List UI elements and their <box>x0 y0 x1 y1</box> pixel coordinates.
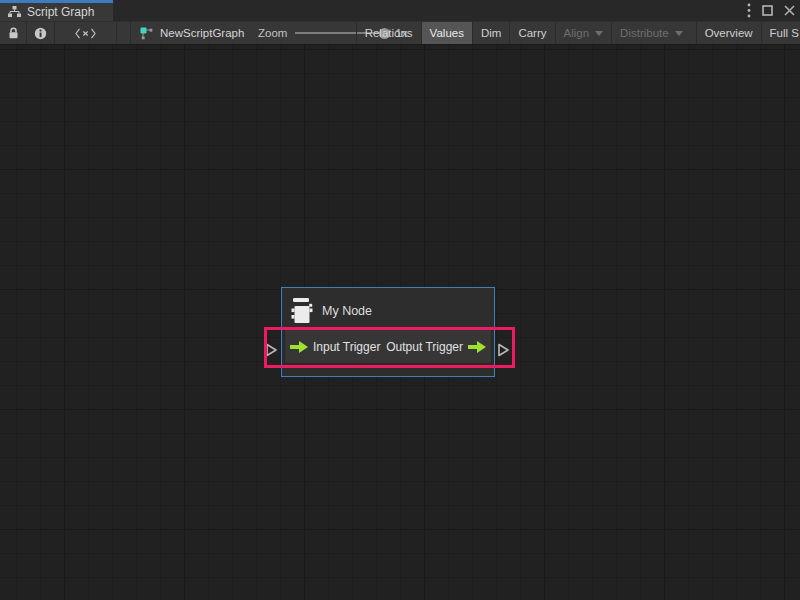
input-connection-triangle-icon[interactable] <box>265 342 278 358</box>
tab-bar: Script Graph <box>0 0 800 21</box>
script-graph-window: Script Graph <box>0 0 800 600</box>
unit-node-icon <box>291 298 313 324</box>
lock-button[interactable] <box>0 22 27 44</box>
angle-brackets-x-icon <box>75 28 96 39</box>
output-trigger-port[interactable]: Output Trigger <box>386 340 486 354</box>
info-icon <box>34 27 47 40</box>
carry-button[interactable]: Carry <box>509 22 554 44</box>
output-trigger-label: Output Trigger <box>386 340 463 354</box>
flow-arrow-icon <box>468 341 486 353</box>
input-trigger-port[interactable]: Input Trigger <box>290 340 380 354</box>
info-button[interactable] <box>27 22 55 44</box>
output-connection-triangle-icon[interactable] <box>497 342 510 358</box>
node-footer <box>282 364 494 376</box>
zoom-label: Zoom <box>258 27 287 39</box>
values-button[interactable]: Values <box>421 22 472 44</box>
toolbar-right-group: Relations Values Dim Carry Align Distrib… <box>356 22 800 44</box>
node-my-node[interactable]: My Node Input Trigger Output Trigger <box>281 287 495 377</box>
window-controls <box>747 0 795 21</box>
tab-title: Script Graph <box>27 5 94 19</box>
distribute-dropdown-button: Distribute <box>611 22 691 44</box>
node-title: My Node <box>322 304 372 318</box>
node-ports-row: Input Trigger Output Trigger <box>284 329 492 364</box>
graph-canvas[interactable]: My Node Input Trigger Output Trigger <box>0 45 800 600</box>
node-header[interactable]: My Node <box>282 288 494 329</box>
maximize-icon[interactable] <box>762 5 773 16</box>
fullscreen-button[interactable]: Full S <box>761 22 800 44</box>
overview-button[interactable]: Overview <box>696 22 761 44</box>
chevron-down-icon <box>675 31 683 36</box>
relations-button[interactable]: Relations <box>356 22 421 44</box>
zoom-to-fit-button[interactable] <box>55 22 117 44</box>
input-trigger-label: Input Trigger <box>313 340 380 354</box>
flow-arrow-icon <box>290 341 308 353</box>
kebab-menu-icon[interactable] <box>747 3 751 18</box>
tab-script-graph[interactable]: Script Graph <box>0 0 113 21</box>
graph-name-label: NewScriptGraph <box>160 27 244 39</box>
dim-button[interactable]: Dim <box>472 22 509 44</box>
lock-icon <box>8 27 19 39</box>
graph-asset-button[interactable]: NewScriptGraph <box>130 22 244 44</box>
align-dropdown-button: Align <box>555 22 612 44</box>
toolbar-left-group <box>0 22 117 44</box>
graph-hierarchy-icon <box>8 6 21 18</box>
close-icon[interactable] <box>784 5 795 16</box>
chevron-down-icon <box>595 31 603 36</box>
script-graph-asset-icon <box>140 27 153 40</box>
toolbar: NewScriptGraph Zoom 1x Relations Values … <box>0 21 800 45</box>
